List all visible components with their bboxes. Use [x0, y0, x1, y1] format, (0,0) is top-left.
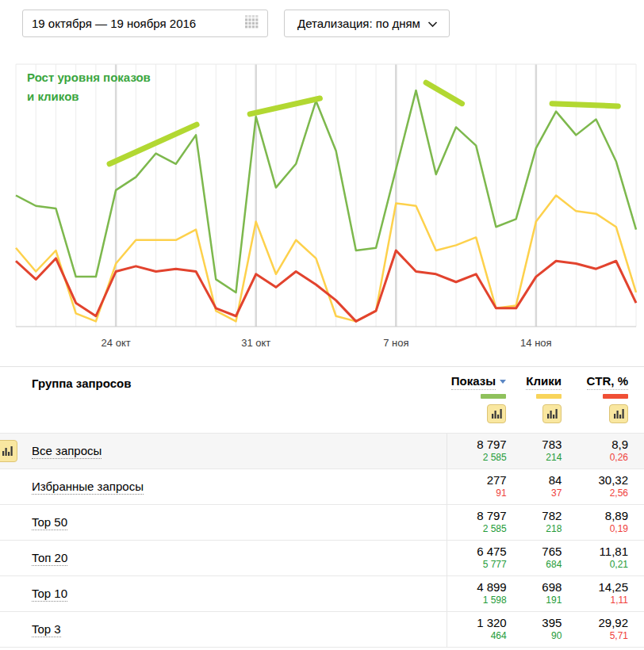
table-header-row: Группа запросов ПоказыКликиCTR, %: [0, 367, 644, 433]
metric-delta: 218: [507, 523, 562, 535]
column-sort-link-ctr[interactable]: CTR, %: [587, 374, 629, 390]
metric-value: 765: [507, 545, 562, 559]
calendar-icon[interactable]: [245, 15, 259, 32]
x-axis-label: 31 окт: [241, 337, 270, 349]
metric-delta: 5,71: [562, 630, 628, 642]
metric-value: 698: [507, 580, 562, 595]
metric-value: 783: [507, 438, 562, 452]
metric-delta: 5 777: [447, 559, 507, 571]
metric-value: 4 899: [447, 580, 507, 595]
metric-value: 29,92: [562, 616, 628, 630]
sort-arrow-icon: [500, 380, 506, 384]
value-cell-shows: 27791: [447, 473, 507, 504]
detail-dropdown-label: Детализация: по дням: [297, 17, 420, 30]
query-group-link[interactable]: Top 50: [32, 515, 67, 530]
table-row: Избранные запросы27791843730,322,56: [0, 468, 644, 504]
x-axis-label: 14 ноя: [520, 337, 552, 349]
value-cell-shows: 4 8991 598: [447, 580, 507, 611]
query-group-link[interactable]: Top 3: [32, 622, 61, 637]
clicks-line: [16, 196, 636, 322]
table-row: Все запросы8 7972 5857832148,90,26: [0, 433, 644, 468]
bar-chart-icon: [546, 408, 558, 419]
legend-swatch-shows: [481, 394, 506, 399]
column-header-ctr: CTR, %: [562, 374, 628, 433]
value-cell-ctr: 29,925,71: [562, 616, 628, 647]
value-cell-shows: 8 7972 585: [447, 438, 507, 468]
chevron-down-icon: [427, 17, 438, 31]
traffic-chart[interactable]: Рост уровня показов и кликов: [0, 59, 644, 337]
metric-delta: 2,56: [562, 488, 628, 499]
metric-delta: 2 585: [447, 452, 507, 464]
row-name-cell: Top 10: [0, 576, 447, 611]
trend-annotation-stroke: [250, 98, 320, 114]
row-values: 1 3204643959029,925,71: [447, 612, 644, 647]
value-cell-clicks: 8437: [507, 473, 562, 504]
x-axis: 24 окт31 окт7 ноя14 ноя: [0, 337, 644, 351]
value-cell-ctr: 11,810,21: [562, 545, 628, 575]
active-row-chart-button[interactable]: [0, 440, 17, 462]
value-cell-clicks: 783214: [507, 438, 562, 468]
row-name-cell: Все запросы: [0, 434, 447, 468]
value-cell-shows: 1 320464: [447, 616, 507, 647]
metric-delta: 1 598: [447, 595, 507, 606]
metric-value: 11,81: [562, 545, 628, 559]
metric-value: 14,25: [562, 580, 628, 595]
query-group-link[interactable]: Все запросы: [32, 444, 102, 459]
query-group-link[interactable]: Избранные запросы: [32, 480, 144, 495]
value-cell-shows: 6 4755 777: [447, 545, 507, 575]
metric-delta: 2 585: [447, 523, 507, 535]
value-cell-clicks: 39590: [507, 616, 562, 647]
query-group-link[interactable]: Топ 20: [32, 551, 67, 566]
bar-chart-icon: [491, 408, 502, 419]
row-values: 6 4755 77776568411,810,21: [447, 541, 644, 575]
x-axis-label: 24 окт: [102, 337, 131, 349]
column-sort-link-shows[interactable]: Показы: [451, 374, 496, 390]
legend-swatch-clicks: [536, 394, 562, 399]
x-axis-label: 7 ноя: [383, 337, 408, 349]
metric-delta: 464: [447, 630, 507, 642]
impressions-line: [16, 90, 636, 292]
value-cell-clicks: 698191: [507, 580, 562, 611]
row-name-cell: Топ 20: [0, 541, 447, 575]
bar-chart-icon: [2, 445, 13, 457]
value-cell-ctr: 14,251,11: [562, 580, 628, 611]
metric-value: 1 320: [447, 616, 507, 630]
value-cell-ctr: 8,890,19: [562, 509, 628, 540]
metric-value: 8 797: [447, 509, 507, 523]
metric-value: 8,89: [562, 509, 628, 523]
date-range-text: 19 октября — 19 ноября 2016: [32, 17, 196, 30]
column-sort-link-clicks[interactable]: Клики: [526, 374, 562, 390]
table-row: Топ 206 4755 77776568411,810,21: [0, 540, 644, 575]
metric-value: 8 797: [447, 438, 507, 452]
table-row: Top 508 7972 5857822188,890,19: [0, 504, 644, 540]
column-chart-toggle-button-shows[interactable]: [487, 404, 506, 423]
value-cell-shows: 8 7972 585: [447, 509, 507, 540]
query-group-link[interactable]: Top 10: [32, 587, 67, 602]
detail-dropdown[interactable]: Детализация: по дням: [284, 10, 450, 37]
trend-annotation-stroke: [426, 82, 462, 103]
value-cell-ctr: 8,90,26: [562, 438, 628, 468]
metric-delta: 37: [507, 488, 562, 499]
row-name-cell: Избранные запросы: [0, 469, 447, 504]
metric-delta: 0,21: [562, 559, 628, 571]
metric-delta: 684: [507, 559, 562, 571]
column-chart-toggle-button-ctr[interactable]: [609, 404, 628, 423]
row-name-cell: Top 3: [0, 612, 447, 647]
value-cell-ctr: 30,322,56: [562, 473, 628, 504]
column-header-shows: Показы: [447, 374, 506, 433]
trend-annotation-stroke: [552, 104, 618, 106]
metric-delta: 90: [507, 630, 562, 642]
column-header-group: Группа запросов: [0, 374, 447, 433]
bar-chart-icon: [613, 408, 624, 419]
metric-value: 6 475: [447, 545, 507, 559]
metric-delta: 1,11: [562, 595, 628, 606]
metric-value: 30,32: [562, 473, 628, 488]
metric-delta: 0,19: [562, 523, 628, 535]
date-range-picker[interactable]: 19 октября — 19 ноября 2016: [22, 10, 268, 37]
metric-value: 277: [447, 473, 507, 488]
row-name-cell: Top 50: [0, 505, 447, 540]
metric-delta: 214: [507, 452, 562, 464]
column-chart-toggle-button-clicks[interactable]: [542, 404, 562, 423]
table-row: Top 104 8991 59869819114,251,11: [0, 575, 644, 611]
query-groups-table: Группа запросов ПоказыКликиCTR, % Все за…: [0, 366, 644, 648]
